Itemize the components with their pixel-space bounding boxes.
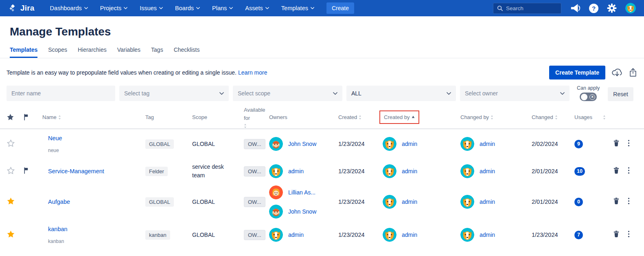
tab-hierarchies[interactable]: Hierarchies [78,46,107,58]
nav-item-dashboards[interactable]: Dashboards [50,5,88,11]
template-name-link[interactable]: Aufgabe [48,199,142,205]
row-menu-button[interactable] [628,230,630,239]
header-scope[interactable]: Scope [192,114,244,120]
tab-variables[interactable]: Variables [117,46,140,58]
reset-filters-button[interactable]: Reset [608,87,633,101]
kebab-menu-icon [628,230,630,238]
owner: admin [269,228,338,242]
table-row: Service-Management Felder service desk t… [0,159,644,184]
owner-filter-select[interactable]: Select owner [460,86,570,101]
created-by-link[interactable]: admin [402,168,417,174]
search-input[interactable] [506,5,555,11]
available-for-chip[interactable]: OW... [244,230,265,240]
header-tag[interactable]: Tag [142,114,192,120]
changed-by-link[interactable]: admin [480,232,495,238]
available-for-chip[interactable]: OW... [244,166,265,177]
created-by-link[interactable]: admin [402,232,417,238]
nav-create-button[interactable]: Create [326,2,354,14]
header-usages[interactable]: Usages [574,114,609,120]
nav-item-projects[interactable]: Projects [100,5,127,11]
owner-link[interactable]: John Snow [288,141,316,147]
delete-button[interactable] [612,166,620,176]
header-name[interactable]: Name [41,114,142,120]
star-toggle[interactable] [7,230,23,240]
flag-toggle[interactable] [23,167,41,176]
star-toggle[interactable] [7,197,23,207]
delete-button[interactable] [612,139,620,149]
usages-badge[interactable]: 9 [574,140,583,148]
header-label: Tag [145,114,154,120]
nav-item-label: Projects [100,5,121,11]
header-flag[interactable] [23,114,41,121]
delete-button[interactable] [612,230,620,240]
can-apply-label: Can apply [577,85,600,91]
dog-avatar-icon [269,228,283,242]
import-templates-button[interactable] [611,68,622,78]
usages-badge[interactable]: 0 [574,198,583,206]
header-owners[interactable]: Owners [269,114,338,120]
export-templates-button[interactable] [629,68,637,77]
name-filter-input[interactable] [7,86,115,101]
owner-link[interactable]: admin [288,232,304,238]
owner-link[interactable]: admin [288,168,304,174]
header-changed[interactable]: Changed [532,114,574,120]
created-by-link[interactable]: admin [402,141,417,147]
nav-item-label: Templates [281,5,308,11]
template-name-link[interactable]: Neue [48,135,142,141]
type-filter-select[interactable]: ALL [346,86,456,101]
row-menu-button[interactable] [628,139,630,148]
jira-logo[interactable]: Jira [8,4,35,13]
changed-by-link[interactable]: admin [480,168,495,174]
learn-more-link[interactable]: Learn more [238,69,267,76]
user-avatar[interactable] [625,3,636,13]
dog-avatar-icon [460,228,474,242]
owner-link[interactable]: John Snow [288,208,316,215]
available-for-chip[interactable]: OW... [244,197,265,207]
nav-item-issues[interactable]: Issues [140,5,163,11]
changed-by-link[interactable]: admin [480,141,495,147]
can-apply-toggle[interactable]: × [580,93,597,101]
table-header-row: Name Tag Scope Available for Owners Crea… [0,106,644,128]
star-toggle[interactable] [7,166,23,177]
global-search[interactable] [493,3,561,14]
usages-badge[interactable]: 7 [574,231,583,239]
dog-avatar-icon [625,3,636,13]
row-menu-button[interactable] [628,167,630,176]
star-outline-icon [7,166,15,175]
tab-scopes[interactable]: Scopes [48,46,67,58]
nav-item-plans[interactable]: Plans [212,5,233,11]
available-for-chip[interactable]: OW... [244,139,265,149]
scope-filter-select[interactable]: Select scope [233,86,342,101]
delete-button[interactable] [612,197,620,207]
header-star[interactable] [7,113,23,121]
changed-by-link[interactable]: admin [480,199,495,205]
header-created[interactable]: Created [338,114,377,120]
header-changed-by[interactable]: Changed by [460,114,532,120]
tab-templates[interactable]: Templates [10,46,37,58]
nav-item-assets[interactable]: Assets [245,5,269,11]
header-label: Changed by [460,114,489,120]
help-button[interactable]: ? [589,4,598,13]
star-toggle[interactable] [7,139,23,149]
create-template-button[interactable]: Create Template [549,66,605,79]
nav-item-boards[interactable]: Boards [175,5,200,11]
tag-filter-select[interactable]: Select tag [119,86,229,101]
table-row: Neue neue GLOBAL GLOBAL OW... John Snow … [0,129,644,159]
created-by-link[interactable]: admin [402,199,417,205]
template-name-link[interactable]: Service-Management [48,168,142,174]
usages-badge[interactable]: 10 [574,167,585,176]
owner-link[interactable]: Lillian As... [288,189,315,196]
tab-bar: Templates Scopes Hierarchies Variables T… [0,46,644,58]
template-name-link[interactable]: kanban [48,226,142,232]
tab-checklists[interactable]: Checklists [174,46,200,58]
header-available-for[interactable]: Available for [244,106,269,128]
changed-date: 2/02/2024 [532,141,574,147]
row-menu-button[interactable] [628,197,630,206]
settings-button[interactable] [607,3,617,13]
header-created-by[interactable]: Created by [377,110,460,124]
announcements-button[interactable] [570,3,580,13]
header-label: Owners [269,114,287,120]
dog-avatar-icon [383,195,396,209]
nav-item-templates[interactable]: Templates [281,5,314,11]
tab-tags[interactable]: Tags [151,46,163,58]
